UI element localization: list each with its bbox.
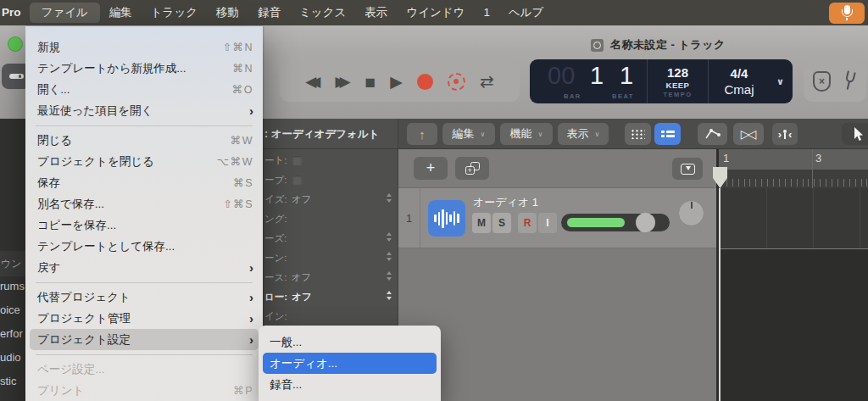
menu-item-save-a-copy[interactable]: コピーを保存... [25, 214, 263, 236]
stepper-icon[interactable] [387, 193, 392, 203]
menubar-item-script[interactable]: 1 [474, 0, 499, 25]
menubar-item-edit[interactable]: 編集 [100, 0, 142, 25]
menu-item-save-as[interactable]: 別名で保存... ⇧⌘S [25, 193, 263, 214]
volume-slider[interactable] [561, 214, 670, 231]
menubar-item-file[interactable]: ファイル [30, 3, 100, 23]
mute-checkbox[interactable] [292, 155, 303, 166]
lcd-position-section[interactable]: 00 1 1 BAR BEAT [530, 59, 647, 103]
microphone-menubar-button[interactable] [829, 3, 865, 24]
menu-item-save-as-template[interactable]: テンプレートとして保存... [25, 236, 263, 257]
menu-item-save[interactable]: 保存 ⌘S [25, 172, 263, 193]
menu-item-print[interactable]: プリント ⌘P [25, 380, 263, 401]
functions-dropdown-label: 機能 [510, 126, 532, 142]
volume-knob[interactable] [636, 213, 655, 232]
menu-item-close-project[interactable]: プロジェクトを閉じる ⌥⌘W [25, 151, 263, 172]
stop-button[interactable]: ■ [365, 73, 376, 91]
menu-item-open-recent[interactable]: 最近使った項目を開く › [25, 100, 263, 121]
audio-track-waveform-icon[interactable] [428, 200, 465, 237]
track-header-audio-1[interactable]: 1 オーディオ 1 M S R I [398, 188, 716, 248]
menu-item-project-settings[interactable]: プロジェクト設定 › [30, 329, 259, 350]
stepper-icon[interactable] [387, 232, 392, 242]
menubar-item-track[interactable]: トラック [142, 0, 207, 25]
menubar-app-name[interactable]: Pro [0, 0, 30, 25]
track-name[interactable]: オーディオ 1 [473, 195, 538, 210]
edit-dropdown[interactable]: 編集 ∨ [442, 123, 495, 145]
menu-item-open[interactable]: 開く... ⌘O [25, 79, 263, 100]
submenu-item-recording[interactable]: 録音... [259, 374, 441, 395]
menu-bar: Pro ファイル 編集 トラック 移動 録音 ミックス 表示 ウインドウ 1 ヘ… [0, 0, 868, 25]
inspector-row-transpose: ーズ: [263, 229, 398, 248]
library-item[interactable]: oice [0, 304, 20, 316]
menu-item-new[interactable]: 新規 ⇧⌘N [25, 36, 263, 58]
record-enable-button[interactable]: R [518, 213, 537, 233]
lcd-tempo-value: 128 [667, 65, 688, 80]
cycle-button[interactable]: ⇄ [480, 73, 494, 90]
bar-ruler[interactable]: 1 3 [719, 149, 868, 188]
view-dropdown[interactable]: 表示 ∨ [558, 123, 609, 145]
menubar-item-window[interactable]: ウインドウ [397, 0, 474, 25]
playhead-line [719, 188, 721, 401]
catch-up-button[interactable]: ↑ [407, 123, 437, 145]
track-view-button[interactable] [654, 123, 681, 145]
menu-item-page-setup[interactable]: ページ設定... [25, 359, 263, 380]
arrange-empty-area[interactable] [719, 249, 868, 401]
functions-dropdown[interactable]: 機能 ∨ [500, 123, 553, 145]
flex-button[interactable]: ▷◁ [733, 123, 764, 145]
forward-button[interactable]: ▶▶ [335, 75, 350, 89]
stepper-icon[interactable] [387, 252, 392, 261]
rewind-button[interactable]: ◀◀ [305, 75, 320, 89]
pointer-tool-button[interactable] [842, 123, 868, 145]
track-import-button[interactable] [672, 158, 703, 180]
menubar-item-navigate[interactable]: 移動 [207, 0, 248, 25]
submenu-arrow-icon: › [249, 261, 253, 274]
add-track-button[interactable]: + [414, 157, 448, 180]
input-monitor-button[interactable]: I [538, 213, 557, 233]
automation-button[interactable] [698, 123, 727, 145]
header-right-tools: × [804, 61, 866, 102]
lcd-options-chevron[interactable]: ∨ [770, 59, 791, 103]
menu-item-new-from-template[interactable]: テンプレートから新規作成... ⌘N [25, 58, 263, 79]
track-list-icon [661, 129, 675, 139]
region-inspector-header[interactable]: : オーディオデフォルト [263, 119, 398, 149]
library-item[interactable]: erfor [0, 327, 23, 340]
duplicate-track-icon: + [465, 162, 480, 175]
ruler-ticks-row [719, 170, 868, 188]
menubar-item-help[interactable]: ヘルプ [499, 0, 553, 25]
snap-button[interactable]: ›‹ [772, 123, 798, 145]
solo-button[interactable]: S [492, 213, 511, 233]
menu-item-alternatives[interactable]: 代替プロジェクト › [25, 287, 263, 308]
submenu-item-audio[interactable]: オーディオ... [263, 353, 437, 374]
view-dropdown-label: 表示 [567, 126, 589, 142]
stepper-icon[interactable] [387, 291, 392, 300]
menubar-item-mix[interactable]: ミックス [290, 0, 355, 25]
ruler-mark-3: 3 [815, 152, 821, 164]
menu-item-revert-to[interactable]: 戻す › [25, 257, 263, 278]
track-list-empty-area[interactable] [398, 249, 716, 401]
submenu-item-general[interactable]: 一般... [259, 331, 441, 353]
chevron-down-icon: ∨ [481, 131, 486, 138]
loop-checkbox[interactable] [292, 175, 303, 186]
menubar-item-record[interactable]: 録音 [248, 0, 290, 25]
play-button[interactable]: ▶ [390, 74, 403, 90]
library-item[interactable]: udio [0, 351, 21, 364]
arrange-track-lane[interactable] [719, 188, 868, 248]
mute-button[interactable]: M [472, 213, 491, 233]
menubar-item-view[interactable]: 表示 [355, 0, 397, 25]
menu-item-close[interactable]: 閉じる ⌘W [25, 130, 263, 151]
track-header-toolbar: + + [398, 149, 716, 188]
library-item[interactable]: stic [0, 375, 17, 387]
pan-knob[interactable] [678, 200, 704, 226]
duplicate-track-button[interactable]: + [455, 157, 489, 180]
grid-view-button[interactable] [625, 123, 651, 145]
lcd-beat-label: BEAT [612, 92, 634, 100]
stepper-icon[interactable] [387, 271, 392, 281]
menu-item-project-management[interactable]: プロジェクト管理 › [25, 308, 263, 329]
lcd-tempo-section[interactable]: 128 KEEP TEMPO [647, 59, 709, 103]
tuner-fork-icon[interactable] [839, 69, 860, 94]
traffic-light-green[interactable] [8, 36, 23, 52]
lcd-key-section[interactable]: 4/4 Cmaj [709, 59, 770, 103]
capture-record-button[interactable] [448, 73, 465, 91]
solo-off-icon[interactable]: × [813, 71, 831, 92]
record-button[interactable] [417, 74, 433, 90]
library-item[interactable]: rums [0, 280, 25, 292]
